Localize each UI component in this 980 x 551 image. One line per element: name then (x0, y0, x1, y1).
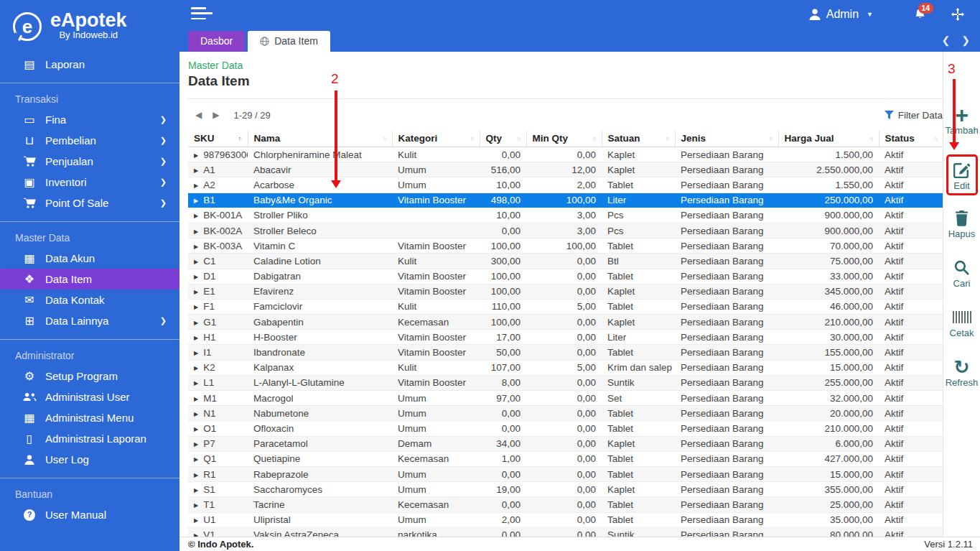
column-header-sku[interactable]: SKU↑↓ (188, 131, 248, 147)
row-expand-icon[interactable]: ▶ (194, 213, 198, 219)
sidebar-item-label: User Log (45, 453, 89, 466)
row-expand-icon[interactable]: ▶ (194, 502, 198, 509)
table-row[interactable]: ▶D1DabigatranVitamin Booster100,000,00Ta… (188, 269, 943, 284)
table-row[interactable]: ▶M1MacrogolUmum97,000,00SetPersediaan Ba… (188, 391, 943, 406)
row-expand-icon[interactable]: ▶ (194, 289, 198, 295)
page-prev-icon[interactable]: ◀ (195, 110, 202, 120)
user-menu[interactable]: Admin ▼ (809, 8, 873, 21)
sidebar-item-data-akun[interactable]: ▦Data Akun (0, 248, 179, 269)
table-row[interactable]: ▶G1GabapentinKecemasan100,000,00KapletPe… (188, 315, 943, 330)
row-expand-icon[interactable]: ▶ (194, 487, 198, 494)
table-row[interactable]: ▶BK-002AStroller Beleco0,003,00PcsPersed… (188, 223, 943, 238)
row-expand-icon[interactable]: ▶ (194, 152, 198, 159)
row-expand-icon[interactable]: ▶ (194, 365, 198, 371)
sidebar-item-data-kontak[interactable]: ✉Data Kontak (0, 290, 179, 310)
notifications-button[interactable]: 14 (915, 8, 925, 22)
row-expand-icon[interactable]: ▶ (194, 426, 198, 432)
sidebar-item-user-manual[interactable]: ?User Manual (0, 504, 179, 525)
cari-button[interactable]: Cari (953, 258, 971, 289)
column-header-status[interactable]: Status↑↓ (879, 131, 943, 147)
row-expand-icon[interactable]: ▶ (194, 441, 198, 448)
table-row[interactable]: ▶T1TacrineKecemasan0,000,00TabletPersedi… (188, 497, 943, 512)
column-header-qty[interactable]: Qty↑↓ (480, 131, 526, 147)
sidebar-item-fina[interactable]: ▭Fina❯ (0, 109, 179, 130)
table-row[interactable]: ▶N1NabumetoneUmum0,000,00TabletPersediaa… (188, 406, 943, 421)
fullscreen-button[interactable] (951, 8, 964, 21)
table-row[interactable]: ▶V1Vaksin AstraZenecanarkotika0,000,00Su… (188, 527, 943, 537)
table-row[interactable]: ▶R1RabeprazoleUmum0,000,00TabletPersedia… (188, 466, 943, 481)
tab-scroll-right-icon[interactable]: ❯ (961, 34, 970, 46)
table-row[interactable]: ▶L1L-Alanyl-L-GlutamineVitamin Booster8,… (188, 375, 943, 390)
row-expand-icon[interactable]: ▶ (194, 472, 198, 478)
table-row[interactable]: ▶987963000Chlorpheniramine MaleatKulit0,… (188, 147, 943, 162)
sidebar-item-laporan[interactable]: ▤Laporan (0, 54, 179, 75)
column-header-min-qty[interactable]: Min Qty↑↓ (526, 131, 602, 147)
table-row[interactable]: ▶O1OfloxacinUmum0,000,00TabletPersediaan… (188, 421, 943, 436)
row-expand-icon[interactable]: ▶ (194, 411, 198, 417)
row-expand-icon[interactable]: ▶ (194, 396, 198, 402)
sidebar-item-penjualan[interactable]: Penjualan❯ (0, 151, 179, 172)
table-row[interactable]: ▶A2AcarboseUmum10,002,00TabletPersediaan… (188, 177, 943, 193)
sidebar-item-data-lainnya[interactable]: ⊞Data Lainnya❯ (0, 310, 179, 331)
sidebar-item-point-of-sale[interactable]: Point Of Sale❯ (0, 193, 179, 213)
table-row[interactable]: ▶BK-003AVitamin CVitamin Booster100,0010… (188, 239, 943, 254)
row-expand-icon[interactable]: ▶ (194, 380, 198, 386)
table-row[interactable]: ▶P7ParacetamolDemam34,000,00KapletPersed… (188, 436, 943, 451)
sidebar-item-data-item[interactable]: ❖Data Item (0, 269, 179, 290)
tab-dasbor[interactable]: Dasbor (188, 31, 245, 52)
row-expand-icon[interactable]: ▶ (194, 198, 198, 204)
table-row[interactable]: ▶B1Baby&Me OrganicVitamin Booster498,001… (188, 193, 943, 208)
table-row[interactable]: ▶C1Caladine LotionKulit300,000,00BtlPers… (188, 254, 943, 269)
edit-button[interactable]: Edit (946, 154, 978, 195)
row-expand-icon[interactable]: ▶ (194, 228, 198, 235)
column-header-jenis[interactable]: Jenis↑↓ (675, 131, 778, 147)
row-expand-icon[interactable]: ▶ (194, 182, 198, 189)
row-expand-icon[interactable]: ▶ (194, 517, 198, 524)
filter-data-button[interactable]: Filter Data (885, 110, 943, 121)
cell-min_qty: 0,00 (526, 482, 602, 497)
table-row[interactable]: ▶A1AbacavirUmum516,0012,00KapletPersedia… (188, 162, 943, 177)
column-header-harga-jual[interactable]: Harga Jual↑↓ (778, 131, 879, 147)
sidebar-item-administrasi-user[interactable]: Administrasi User (0, 386, 179, 407)
row-expand-icon[interactable]: ▶ (194, 532, 198, 537)
tab-data-item[interactable]: Data Item (248, 31, 330, 52)
row-expand-icon[interactable]: ▶ (194, 320, 198, 326)
table-row[interactable]: ▶H1H-BoosterVitamin Booster17,000,00Lite… (188, 330, 943, 345)
table-row[interactable]: ▶U1UlipristalUmum2,000,00TabletPersediaa… (188, 512, 943, 527)
row-expand-icon[interactable]: ▶ (194, 167, 198, 174)
column-header-nama[interactable]: Nama↑↓ (248, 131, 392, 147)
chevron-right-icon: ❯ (160, 314, 167, 328)
sidebar-item-pembelian[interactable]: ⊔Pembelian❯ (0, 130, 179, 151)
table-row[interactable]: ▶S1SaccharomycesUmum19,000,00KapletPerse… (188, 482, 943, 497)
sidebar-item-administrasi-laporan[interactable]: ▯Administrasi Laporan (0, 428, 179, 449)
cell-qty: 1,00 (480, 451, 526, 466)
table-row[interactable]: ▶Q1QuetiapineKecemasan1,000,00TabletPers… (188, 451, 943, 466)
hapus-button[interactable]: Hapus (948, 208, 976, 239)
row-expand-icon[interactable]: ▶ (194, 350, 198, 356)
row-expand-icon[interactable]: ▶ (194, 274, 198, 280)
row-expand-icon[interactable]: ▶ (194, 335, 198, 341)
sidebar-item-inventori[interactable]: ▣Inventori❯ (0, 172, 179, 193)
cell-status: Aktif (879, 254, 943, 269)
row-expand-icon[interactable]: ▶ (194, 304, 198, 310)
sidebar-item-administrasi-menu[interactable]: ▦Administrasi Menu (0, 407, 179, 428)
table-row[interactable]: ▶F1FamciclovirKulit110,005,00TabletPerse… (188, 299, 943, 314)
column-header-kategori[interactable]: Kategori↑↓ (392, 131, 480, 147)
hamburger-menu-icon[interactable] (191, 7, 213, 22)
table-row[interactable]: ▶K2KalpanaxKulit107,005,00Krim dan salep… (188, 360, 943, 375)
row-expand-icon[interactable]: ▶ (194, 244, 198, 250)
sidebar-item-setup-program[interactable]: ⚙Setup Program (0, 366, 179, 386)
sidebar-item-user-log[interactable]: User Log (0, 449, 179, 470)
tab-scroll-left-icon[interactable]: ❮ (942, 34, 951, 46)
table-row[interactable]: ▶I1IbandronateVitamin Booster50,000,00Ta… (188, 345, 943, 360)
column-header-satuan[interactable]: Satuan↑↓ (602, 131, 675, 147)
table-row[interactable]: ▶E1EfavirenzVitamin Booster100,000,00Kap… (188, 284, 943, 299)
row-expand-icon[interactable]: ▶ (194, 456, 198, 463)
cetak-button[interactable]: Cetak (950, 307, 974, 338)
table-row[interactable]: ▶BK-001AStroller Pliko10,003,00PcsPersed… (188, 208, 943, 223)
tambah-button[interactable]: +Tambah (945, 105, 978, 136)
page-next-icon[interactable]: ▶ (213, 110, 219, 120)
refresh-button[interactable]: ↻Refresh (946, 357, 979, 388)
row-expand-icon[interactable]: ▶ (194, 259, 198, 265)
cell-status: Aktif (879, 527, 943, 537)
